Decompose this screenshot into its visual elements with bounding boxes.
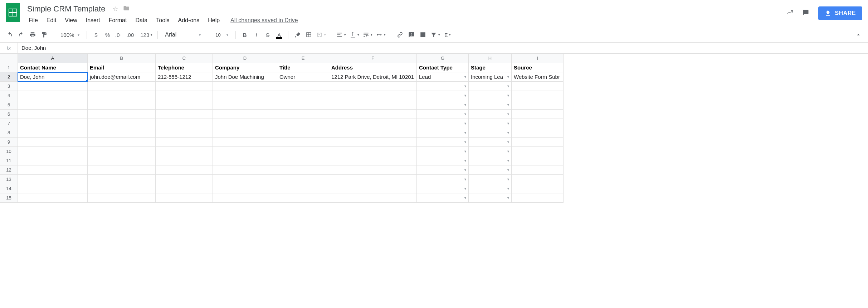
text-rotation-button[interactable]	[375, 29, 387, 40]
cell[interactable]	[213, 128, 277, 138]
cell[interactable]	[277, 119, 329, 128]
cell[interactable]	[512, 100, 564, 110]
cell[interactable]	[329, 110, 417, 119]
cell[interactable]	[88, 100, 156, 110]
cell[interactable]	[512, 193, 564, 203]
cell[interactable]	[213, 184, 277, 193]
print-button[interactable]	[27, 29, 38, 40]
paint-format-button[interactable]	[39, 29, 49, 40]
cell[interactable]	[156, 82, 213, 91]
select-all-corner[interactable]	[0, 54, 18, 63]
cell[interactable]: ▼	[417, 128, 469, 138]
cell[interactable]: ▼	[469, 184, 512, 193]
row-header-10[interactable]: 10	[0, 147, 18, 156]
cell[interactable]	[156, 100, 213, 110]
cell[interactable]	[329, 193, 417, 203]
dropdown-arrow-icon[interactable]: ▼	[507, 168, 510, 172]
row-header-9[interactable]: 9	[0, 138, 18, 147]
cell[interactable]	[277, 91, 329, 100]
cell[interactable]	[512, 156, 564, 165]
cell[interactable]	[18, 91, 88, 100]
cell[interactable]: ▼	[469, 147, 512, 156]
cell[interactable]	[329, 165, 417, 175]
cell[interactable]: Incoming Lea▼	[469, 72, 512, 82]
cell[interactable]	[156, 165, 213, 175]
cell[interactable]	[156, 128, 213, 138]
column-header-E[interactable]: E	[277, 54, 329, 63]
folder-icon[interactable]	[123, 5, 130, 13]
formula-input[interactable]	[18, 43, 868, 53]
cell[interactable]	[277, 184, 329, 193]
cell[interactable]: 212-555-1212	[156, 72, 213, 82]
text-wrap-button[interactable]	[361, 29, 374, 40]
dropdown-arrow-icon[interactable]: ▼	[464, 159, 467, 163]
row-header-14[interactable]: 14	[0, 184, 18, 193]
dropdown-arrow-icon[interactable]: ▼	[464, 140, 467, 144]
dropdown-arrow-icon[interactable]: ▼	[464, 168, 467, 172]
dropdown-arrow-icon[interactable]: ▼	[507, 85, 510, 88]
cell[interactable]: ▼	[469, 138, 512, 147]
cell[interactable]	[213, 110, 277, 119]
cell[interactable]: Contact Name	[18, 63, 88, 72]
cell[interactable]: Source	[512, 63, 564, 72]
column-header-H[interactable]: H	[469, 54, 512, 63]
dropdown-arrow-icon[interactable]: ▼	[507, 140, 510, 144]
cell[interactable]	[88, 82, 156, 91]
cell[interactable]	[156, 147, 213, 156]
cell[interactable]: Owner	[277, 72, 329, 82]
cell[interactable]	[88, 128, 156, 138]
cell[interactable]	[18, 82, 88, 91]
cell[interactable]	[156, 91, 213, 100]
row-header-3[interactable]: 3	[0, 82, 18, 91]
column-header-B[interactable]: B	[88, 54, 156, 63]
dropdown-arrow-icon[interactable]: ▼	[507, 196, 510, 200]
cell[interactable]	[329, 91, 417, 100]
cell[interactable]	[88, 147, 156, 156]
cell[interactable]: ▼	[417, 100, 469, 110]
cell[interactable]	[512, 110, 564, 119]
dropdown-arrow-icon[interactable]: ▼	[464, 178, 467, 181]
row-header-5[interactable]: 5	[0, 100, 18, 110]
cell[interactable]	[18, 110, 88, 119]
cell[interactable]: ▼	[417, 138, 469, 147]
row-header-11[interactable]: 11	[0, 156, 18, 165]
dropdown-arrow-icon[interactable]: ▼	[507, 94, 510, 97]
percent-button[interactable]: %	[102, 29, 113, 40]
cell[interactable]: ▼	[469, 165, 512, 175]
menu-help[interactable]: Help	[204, 16, 223, 25]
dropdown-arrow-icon[interactable]: ▼	[464, 196, 467, 200]
cell[interactable]	[156, 175, 213, 184]
cell[interactable]	[18, 119, 88, 128]
share-button[interactable]: SHARE	[818, 6, 862, 20]
cell[interactable]	[156, 184, 213, 193]
row-header-2[interactable]: 2	[0, 72, 18, 82]
font-size-select[interactable]: 10	[212, 29, 232, 40]
cell[interactable]: ▼	[417, 175, 469, 184]
decrease-decimal-button[interactable]: .0←	[113, 29, 124, 40]
column-header-A[interactable]: A	[18, 54, 88, 63]
dropdown-arrow-icon[interactable]: ▼	[464, 122, 467, 125]
insert-comment-button[interactable]	[406, 29, 417, 40]
dropdown-arrow-icon[interactable]: ▼	[507, 187, 510, 191]
menu-file[interactable]: File	[25, 16, 42, 25]
dropdown-arrow-icon[interactable]: ▼	[464, 75, 467, 79]
cell[interactable]	[88, 110, 156, 119]
cell[interactable]	[18, 165, 88, 175]
cell[interactable]	[329, 147, 417, 156]
cell[interactable]	[88, 119, 156, 128]
italic-button[interactable]: I	[251, 29, 262, 40]
cell[interactable]	[88, 193, 156, 203]
dropdown-arrow-icon[interactable]: ▼	[464, 103, 467, 107]
row-header-13[interactable]: 13	[0, 175, 18, 184]
cell[interactable]: ▼	[417, 110, 469, 119]
cell[interactable]: ▼	[417, 184, 469, 193]
cell[interactable]	[512, 184, 564, 193]
column-header-G[interactable]: G	[417, 54, 469, 63]
horizontal-align-button[interactable]	[335, 29, 347, 40]
zoom-select[interactable]: 100%	[57, 29, 83, 40]
column-header-D[interactable]: D	[213, 54, 277, 63]
cell[interactable]	[156, 110, 213, 119]
menu-insert[interactable]: Insert	[82, 16, 104, 25]
fx-icon[interactable]: fx	[0, 43, 18, 53]
increase-decimal-button[interactable]: .00→	[125, 29, 138, 40]
